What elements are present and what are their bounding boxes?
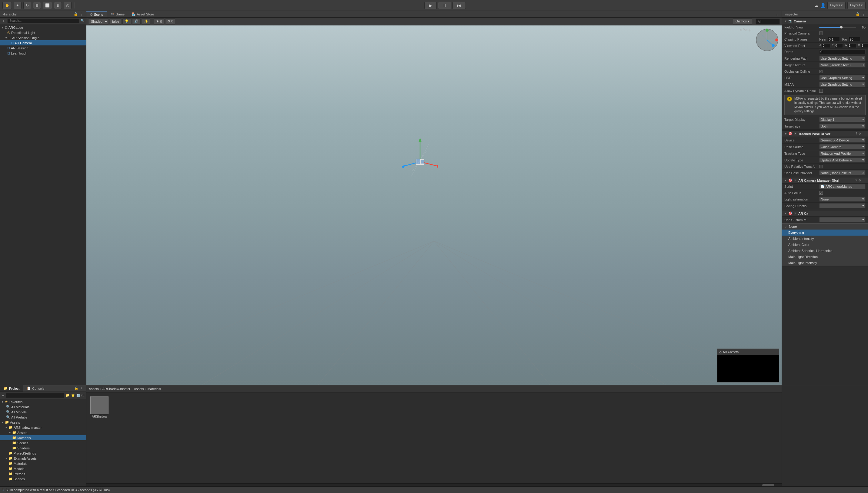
inspector-lock-icon[interactable]: 🔒 (855, 12, 860, 16)
models-item[interactable]: 📁 Models (0, 466, 86, 471)
console-tab[interactable]: 📋 Console (23, 385, 48, 391)
hierarchy-add-btn[interactable]: + (1, 19, 6, 23)
hierarchy-item-ar-session-origin[interactable]: ▼ ◻ AR Session Origin (0, 35, 86, 40)
game-tab[interactable]: 🎮 Game (107, 11, 128, 17)
scene-tab[interactable]: ⬡ Scene (86, 11, 107, 17)
tpd-checkbox[interactable]: ✓ (794, 132, 797, 135)
breadcrumb-assets[interactable]: Assets (89, 387, 99, 391)
target-display-dropdown[interactable]: Display 1 ▾ (819, 117, 866, 122)
inspector-more-icon[interactable]: ⋮ (862, 12, 866, 16)
scene-search-input[interactable] (756, 19, 780, 24)
breadcrumb-assets2[interactable]: Assets (134, 387, 144, 391)
transform-tool-btn[interactable]: ⊕ (54, 2, 62, 9)
msaa-dropdown[interactable]: Use Graphics Setting ▾ (819, 82, 866, 87)
project-tab[interactable]: 📁 Project (0, 385, 23, 391)
depth-input[interactable] (819, 49, 866, 54)
move-tool-btn[interactable]: ✦ (14, 2, 22, 9)
far-input[interactable] (848, 37, 861, 42)
vr-w-input[interactable] (848, 43, 856, 48)
play-btn[interactable]: ▶ (424, 2, 437, 9)
hdr-dropdown[interactable]: Use Graphics Setting ▾ (819, 75, 866, 80)
file-scrollbar[interactable] (86, 483, 782, 486)
file-add-btn[interactable]: + (2, 393, 4, 398)
dropdown-option-ambient-color[interactable]: Ambient Color (782, 242, 868, 248)
update-type-dropdown[interactable]: Update And Before F ▾ (819, 157, 866, 163)
prefabs-item[interactable]: 📁 Prefabs (0, 471, 86, 476)
cloud-btn[interactable]: ☁ (814, 3, 819, 8)
assets-root-item[interactable]: ▼ 📁 Assets (0, 420, 86, 425)
pause-btn[interactable]: ⏸ (438, 2, 451, 9)
file-tile-arshadow[interactable]: ARShadow (89, 395, 110, 420)
all-materials-item[interactable]: 🔍 All Materials (0, 404, 86, 409)
target-eye-dropdown[interactable]: Both ▾ (819, 124, 866, 129)
camera-gizmo[interactable]: Y X Z (755, 28, 779, 52)
file-search-input[interactable] (5, 393, 64, 398)
arshadow-master-item[interactable]: ▼ 📁 ARShadow-master (0, 425, 86, 430)
acm-settings-icon[interactable]: ⚙ (858, 179, 861, 182)
device-dropdown[interactable]: Generic XR Device ▾ (819, 137, 866, 143)
hierarchy-item-ar-camera[interactable]: ◻ AR Camera (0, 40, 86, 45)
breadcrumb-arshadow-master[interactable]: ARShadow-master (102, 387, 130, 391)
dropdown-option-main-light-direction[interactable]: Main Light Direction (782, 254, 868, 260)
near-input[interactable] (828, 37, 840, 42)
auto-focus-checkbox[interactable]: ✓ (819, 191, 823, 195)
favorites-item[interactable]: ▼ ★ Favorites (0, 399, 86, 404)
fx-count-btn[interactable]: ⚙ 0 (165, 19, 175, 24)
project-settings-item[interactable]: 📁 ProjectSettings (0, 451, 86, 456)
step-btn[interactable]: ⏭ (453, 2, 466, 9)
occlusion-culling-checkbox[interactable]: ✓ (819, 70, 823, 73)
tracking-type-dropdown[interactable]: Rotation And Positio ▾ (819, 151, 866, 156)
ar-camera-manager-header[interactable]: ▼ 🎯 ✓ AR Camera Manager (Scri ? ⚙ ⋮ (782, 177, 868, 184)
custom-tool-btn[interactable]: ◎ (64, 2, 71, 9)
2d-btn[interactable]: false (110, 19, 121, 24)
ar-camera-second-header[interactable]: ▼ 🎯 ✓ AR Ca (782, 210, 868, 216)
tracked-pose-driver-header[interactable]: ▼ 🎯 ✓ Tracked Pose Driver ? ⚙ ⋮ (782, 130, 868, 137)
target-texture-field[interactable]: None (Render Textu ⊙ (819, 62, 866, 67)
layout-btn[interactable]: Layout ▾ (847, 2, 866, 9)
account-btn[interactable]: 👤 (821, 3, 826, 8)
hierarchy-item-lean-touch[interactable]: ◻ LeanTouch (0, 50, 86, 56)
assets-sub-item[interactable]: ▼ 📁 Assets (0, 430, 86, 435)
example-scenes-item[interactable]: 📁 Scenes (0, 476, 86, 481)
asset-store-tab[interactable]: 🏪 Asset Store (128, 11, 158, 17)
hierarchy-item-argauge[interactable]: ▼ ◻ ARGauge ⋮ (0, 25, 86, 30)
use-relative-transform-checkbox[interactable] (819, 165, 823, 168)
rendering-path-dropdown[interactable]: Use Graphics Setting ▾ (819, 56, 866, 61)
dropdown-option-ambient-intensity[interactable]: Ambient Intensity (782, 236, 868, 242)
example-materials-item[interactable]: 📁 Materials (0, 461, 86, 466)
shaders-item[interactable]: 📁 Shaders (0, 446, 86, 451)
hierarchy-search-input[interactable] (7, 19, 79, 23)
gizmos-btn[interactable]: Gizmos ▾ (733, 19, 752, 24)
allow-dynamic-resolution-checkbox[interactable] (819, 89, 823, 93)
layers-btn[interactable]: Layers ▾ (827, 2, 846, 9)
acm-checkbox[interactable]: ✓ (794, 179, 797, 182)
more-icon[interactable]: ⋮ (80, 12, 84, 16)
vr-y-input[interactable] (834, 43, 843, 48)
acm-more-icon[interactable]: ⋮ (862, 178, 866, 182)
all-models-item[interactable]: 🔍 All Models (0, 409, 86, 414)
fx-btn[interactable]: ✨ (142, 19, 150, 24)
scenes-item[interactable]: 📁 Scenes (0, 440, 86, 446)
lock-icon[interactable]: 🔒 (74, 12, 78, 16)
viewport-more-btn[interactable]: ⋮ (775, 12, 779, 17)
camera-section-header[interactable]: ▼ 📷 Camera (782, 18, 868, 24)
hierarchy-item-more[interactable]: ⋮ (82, 25, 85, 29)
vr-h-input[interactable] (861, 43, 868, 48)
dropdown-option-ambient-spherical-harmonics[interactable]: Ambient Spherical Harmonics (782, 248, 868, 254)
scene-viewport[interactable]: ◁ Persp Y X (86, 25, 782, 385)
hand-tool-btn[interactable]: ✋ (2, 2, 12, 9)
acm-help-icon[interactable]: ? (855, 179, 857, 182)
all-prefabs-item[interactable]: 🔍 All Prefabs (0, 414, 86, 420)
tpd-help-icon[interactable]: ? (855, 132, 857, 135)
dropdown-option-everything[interactable]: Everything (782, 230, 868, 236)
materials-item[interactable]: 📁 Materials (0, 435, 86, 440)
breadcrumb-materials[interactable]: Materials (147, 387, 161, 391)
example-assets-item[interactable]: ▼ 📁 ExampleAssets (0, 456, 86, 461)
tpd-settings-icon[interactable]: ⚙ (858, 132, 861, 135)
facing-direction-dropdown[interactable]: ▾ (819, 203, 866, 208)
bottom-panel-more-icon[interactable]: ⋮ (80, 386, 84, 391)
hierarchy-item-ar-session[interactable]: ◻ AR Session (0, 45, 86, 50)
fov-value[interactable]: 60 (858, 25, 866, 29)
stats-btn[interactable]: 👁 0 (154, 19, 164, 24)
script-field[interactable]: 📄 ARCameraManag (819, 184, 866, 189)
